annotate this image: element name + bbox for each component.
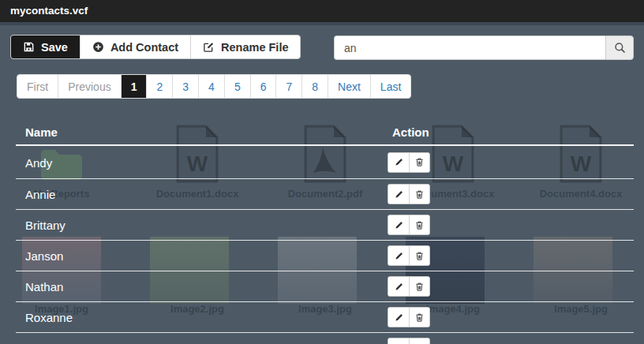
pencil-icon xyxy=(394,189,404,200)
table-row: Janson xyxy=(16,241,634,271)
row-action-buttons xyxy=(388,152,430,173)
delete-contact-button[interactable] xyxy=(409,277,429,296)
table-row: Johnny 123 xyxy=(16,333,634,344)
trash-icon xyxy=(414,282,425,292)
search-input[interactable] xyxy=(334,36,605,60)
pagination-page-8[interactable]: 8 xyxy=(301,75,328,98)
name-column-header: Name xyxy=(25,125,58,139)
edit-contact-button[interactable] xyxy=(388,185,409,204)
edit-contact-button[interactable] xyxy=(388,246,409,265)
pencil-icon xyxy=(394,282,404,292)
delete-contact-button[interactable] xyxy=(409,185,429,204)
trash-icon xyxy=(414,157,425,167)
delete-contact-button[interactable] xyxy=(409,308,429,327)
pencil-icon xyxy=(394,157,404,167)
edit-contact-button[interactable] xyxy=(388,215,409,234)
trash-icon xyxy=(414,189,425,200)
action-column-header: Action xyxy=(392,125,429,139)
trash-icon xyxy=(414,220,425,230)
row-action-buttons xyxy=(388,307,430,327)
add-contact-label: Add Contact xyxy=(110,41,178,54)
contact-name: Janson xyxy=(25,249,63,263)
pencil-icon xyxy=(394,251,404,261)
contact-name: Roxanne xyxy=(25,311,73,324)
edit-contact-button[interactable] xyxy=(388,277,409,296)
table-row: Annie xyxy=(16,179,634,210)
table-row: Brittany xyxy=(16,210,634,241)
table-row: Nathan xyxy=(16,271,634,302)
row-action-buttons xyxy=(388,215,430,235)
row-action-buttons xyxy=(388,245,430,266)
pagination-first[interactable]: First xyxy=(17,75,58,98)
table-header: Name Action xyxy=(16,119,634,146)
save-button-label: Save xyxy=(41,41,68,54)
delete-contact-button[interactable] xyxy=(409,246,429,265)
row-action-buttons xyxy=(388,338,430,344)
table-row: Andy xyxy=(16,146,634,179)
table-row: Roxanne xyxy=(16,302,634,333)
pagination: First Previous 1 2 3 4 5 6 7 8 Next Last xyxy=(17,74,411,99)
window-title: mycontacts.vcf xyxy=(0,0,644,22)
delete-contact-button[interactable] xyxy=(409,338,429,344)
save-icon xyxy=(23,41,35,53)
plus-circle-icon xyxy=(92,41,104,53)
search-button[interactable] xyxy=(605,36,634,60)
trash-icon xyxy=(414,312,425,323)
edit-square-icon xyxy=(203,41,215,53)
pagination-page-1[interactable]: 1 xyxy=(121,75,147,98)
pagination-last[interactable]: Last xyxy=(370,75,410,98)
pagination-page-2[interactable]: 2 xyxy=(146,75,172,98)
save-button[interactable]: Save xyxy=(11,36,80,58)
vcf-editor-panel: Save Add Contact Rename File xyxy=(0,0,644,344)
row-action-buttons xyxy=(388,184,430,204)
pagination-page-7[interactable]: 7 xyxy=(275,75,301,98)
contact-name: Annie xyxy=(25,188,55,201)
pagination-page-5[interactable]: 5 xyxy=(224,75,250,98)
pencil-icon xyxy=(394,220,404,230)
rename-file-button[interactable]: Rename File xyxy=(190,36,300,58)
pagination-page-4[interactable]: 4 xyxy=(198,75,224,98)
search-icon xyxy=(614,42,626,54)
pagination-page-6[interactable]: 6 xyxy=(250,75,276,98)
edit-contact-button[interactable] xyxy=(388,153,409,172)
add-contact-button[interactable]: Add Contact xyxy=(80,36,190,58)
trash-icon xyxy=(414,251,425,261)
edit-contact-button[interactable] xyxy=(388,338,409,344)
contact-name: Andy xyxy=(25,155,52,169)
contact-name: Johnny 123 xyxy=(25,342,87,344)
toolbar: Save Add Contact Rename File xyxy=(10,35,301,59)
delete-contact-button[interactable] xyxy=(409,153,429,172)
contacts-table: Name Action AndyAnnieBrittanyJansonNatha… xyxy=(16,119,634,344)
row-action-buttons xyxy=(388,276,430,297)
delete-contact-button[interactable] xyxy=(409,215,429,234)
rename-file-label: Rename File xyxy=(221,41,288,54)
pagination-page-3[interactable]: 3 xyxy=(172,75,198,98)
contact-name: Brittany xyxy=(25,219,66,232)
titlebar-divider xyxy=(0,22,644,25)
edit-contact-button[interactable] xyxy=(388,308,409,327)
pagination-next[interactable]: Next xyxy=(328,75,370,98)
contact-name: Nathan xyxy=(25,280,63,294)
search-bar xyxy=(334,36,634,60)
pencil-icon xyxy=(394,312,404,323)
pagination-previous[interactable]: Previous xyxy=(58,75,120,98)
